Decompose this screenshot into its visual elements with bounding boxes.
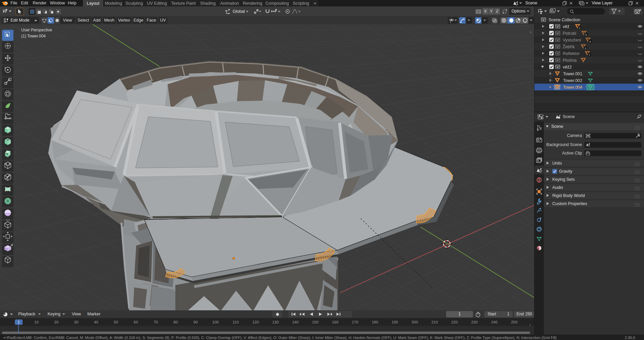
svg-text:230: 230 xyxy=(471,320,477,324)
svg-text:Plošina: Plošina xyxy=(563,58,577,63)
svg-text:20: 20 xyxy=(54,320,59,324)
svg-text:220: 220 xyxy=(451,320,458,324)
svg-text:110: 110 xyxy=(233,320,239,324)
svg-text:80: 80 xyxy=(174,320,178,324)
svg-text:4: 4 xyxy=(589,40,591,43)
svg-text:150: 150 xyxy=(312,320,318,324)
svg-text:180: 180 xyxy=(372,320,378,324)
svg-text:250: 250 xyxy=(511,320,517,324)
svg-text:2: 2 xyxy=(579,27,581,30)
svg-text:Tower.002: Tower.002 xyxy=(563,78,582,83)
svg-text:5: 5 xyxy=(585,33,587,36)
svg-text:Vystužení: Vystužení xyxy=(563,38,581,42)
svg-text:Tower.001: Tower.001 xyxy=(563,72,582,76)
svg-text:Žebřík: Žebřík xyxy=(563,44,575,49)
svg-text:Tower.004: Tower.004 xyxy=(563,85,582,90)
svg-text:190: 190 xyxy=(391,320,398,324)
svg-text:40: 40 xyxy=(94,320,98,324)
svg-text:30: 30 xyxy=(74,320,79,324)
svg-text:70: 70 xyxy=(154,320,158,324)
svg-text:130: 130 xyxy=(272,320,279,324)
svg-text:60: 60 xyxy=(134,320,138,324)
svg-text:90: 90 xyxy=(194,320,198,324)
svg-text:100: 100 xyxy=(212,320,218,324)
svg-text:10: 10 xyxy=(34,320,39,324)
svg-text:3: 3 xyxy=(585,47,586,50)
svg-text:200: 200 xyxy=(411,320,418,324)
svg-text:Potrubí: Potrubí xyxy=(563,31,577,36)
svg-text:240: 240 xyxy=(491,320,497,324)
svg-text:Scene Collection: Scene Collection xyxy=(549,18,580,22)
svg-text:7: 7 xyxy=(589,54,590,57)
svg-text:170: 170 xyxy=(352,320,358,324)
svg-text:věž2: věž2 xyxy=(563,65,572,69)
svg-text:věž: věž xyxy=(563,24,569,29)
svg-text:160: 160 xyxy=(332,320,338,324)
svg-text:50: 50 xyxy=(114,320,118,324)
svg-text:120: 120 xyxy=(252,320,259,324)
svg-text:140: 140 xyxy=(292,320,298,324)
svg-text:210: 210 xyxy=(431,320,438,324)
svg-text:Reflektor: Reflektor xyxy=(563,51,580,56)
